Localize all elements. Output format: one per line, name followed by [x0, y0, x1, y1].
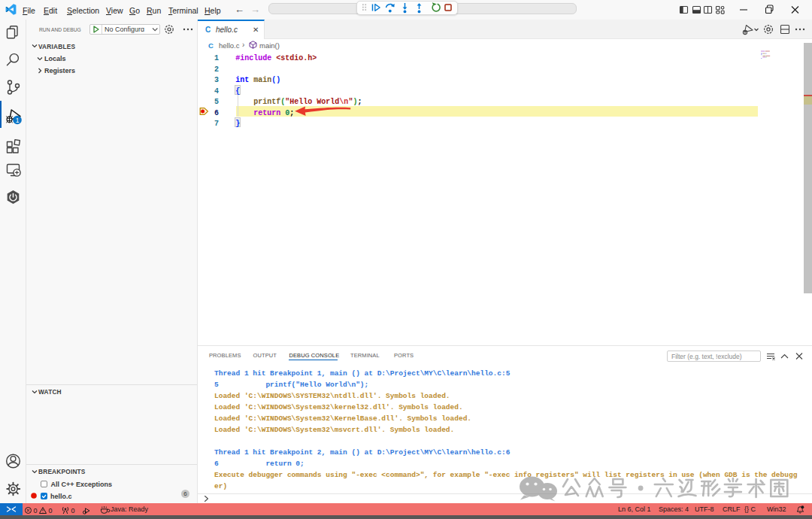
svg-text:0: 0 [34, 507, 38, 514]
svg-text:0: 0 [71, 507, 75, 514]
svg-text:0: 0 [49, 507, 53, 514]
svg-text:1: 1 [16, 117, 20, 124]
